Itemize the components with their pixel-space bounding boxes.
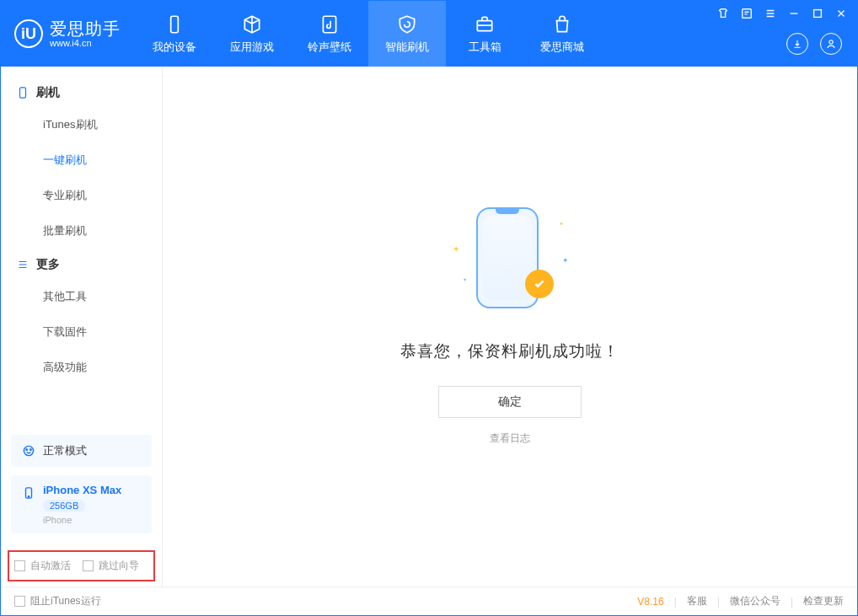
tab-apps-games[interactable]: 应用游戏	[213, 1, 291, 67]
checkbox-block-itunes[interactable]: 阻止iTunes运行	[14, 594, 101, 608]
checkbox-skip-guide[interactable]: 跳过向导	[83, 559, 139, 573]
maximize-icon[interactable]	[810, 6, 825, 21]
tab-label: 工具箱	[469, 40, 501, 55]
body: 刷机 iTunes刷机 一键刷机 专业刷机 批量刷机 更多 其他工具 下载固件 …	[1, 67, 857, 587]
svg-rect-1	[323, 16, 335, 33]
sidebar-item-batch-flash[interactable]: 批量刷机	[1, 213, 162, 249]
cube-icon	[241, 13, 263, 36]
footer-link-wechat[interactable]: 微信公众号	[730, 594, 780, 608]
svg-point-7	[24, 446, 33, 455]
checkbox-auto-activate[interactable]: 自动激活	[14, 559, 71, 573]
svg-rect-6	[20, 88, 26, 98]
app-name: 爱思助手	[50, 19, 121, 38]
sidebar-item-itunes-flash[interactable]: iTunes刷机	[1, 107, 162, 142]
window-controls	[716, 6, 849, 21]
app-url: www.i4.cn	[50, 38, 121, 48]
svg-point-8	[26, 449, 28, 451]
device-type: iPhone	[43, 515, 121, 525]
tab-store[interactable]: 爱思商城	[523, 1, 601, 67]
device-box[interactable]: iPhone XS Max 256GB iPhone	[11, 475, 152, 533]
briefcase-icon	[474, 13, 496, 36]
checkbox-icon	[83, 560, 94, 571]
list-icon	[16, 258, 29, 271]
svg-rect-0	[171, 16, 179, 33]
minimize-icon[interactable]	[786, 6, 802, 21]
tab-label: 爱思商城	[540, 40, 584, 55]
checkbox-icon	[14, 596, 25, 607]
checkbox-icon	[14, 560, 25, 571]
checkbox-label: 自动激活	[30, 559, 71, 573]
tab-label: 铃声壁纸	[308, 40, 351, 55]
sidebar-item-download-fw[interactable]: 下载固件	[1, 314, 162, 350]
sidebar: 刷机 iTunes刷机 一键刷机 专业刷机 批量刷机 更多 其他工具 下载固件 …	[1, 67, 163, 587]
device-section: 正常模式 iPhone XS Max 256GB iPhone	[1, 426, 162, 542]
tab-label: 应用游戏	[230, 40, 274, 55]
music-file-icon	[319, 13, 341, 36]
logo: iU 爱思助手 www.i4.cn	[1, 1, 136, 67]
menu-icon[interactable]	[763, 6, 778, 21]
shirt-icon[interactable]	[716, 6, 731, 21]
mode-box[interactable]: 正常模式	[11, 435, 152, 467]
download-icon[interactable]	[786, 33, 808, 55]
svg-rect-4	[814, 10, 822, 18]
mode-icon	[21, 443, 36, 458]
tab-my-device[interactable]: 我的设备	[136, 1, 213, 67]
footer-link-update[interactable]: 检查更新	[803, 594, 844, 608]
group-flash-header[interactable]: 刷机	[1, 77, 162, 107]
tab-toolbox[interactable]: 工具箱	[446, 1, 523, 67]
view-log-link[interactable]: 查看日志	[490, 431, 530, 446]
bag-icon	[551, 13, 573, 36]
tab-smart-flash[interactable]: 智能刷机	[368, 1, 446, 67]
svg-point-9	[30, 449, 32, 451]
ok-button[interactable]: 确定	[438, 386, 582, 418]
version-label: V8.16	[637, 596, 663, 608]
checkbox-label: 阻止iTunes运行	[30, 594, 101, 608]
device-icon	[164, 13, 185, 36]
user-icon[interactable]	[820, 33, 842, 55]
svg-point-5	[829, 40, 833, 44]
header: iU 爱思助手 www.i4.cn 我的设备 应用游戏 铃声壁纸 智能刷机	[1, 1, 857, 67]
group-title: 更多	[36, 257, 60, 272]
device-name: iPhone XS Max	[43, 484, 121, 496]
app-window: iU 爱思助手 www.i4.cn 我的设备 应用游戏 铃声壁纸 智能刷机	[0, 0, 858, 616]
tab-ring-wall[interactable]: 铃声壁纸	[291, 1, 368, 67]
tab-label: 智能刷机	[385, 40, 429, 55]
group-title: 刷机	[36, 85, 60, 100]
sidebar-item-one-click[interactable]: 一键刷机	[1, 142, 162, 178]
sidebar-item-other-tools[interactable]: 其他工具	[1, 279, 162, 314]
sidebar-item-advanced[interactable]: 高级功能	[1, 350, 162, 385]
sidebar-item-pro-flash[interactable]: 专业刷机	[1, 178, 162, 213]
main-content: ✦ ✦ ✦ ✦ 恭喜您，保资料刷机成功啦！ 确定 查看日志	[163, 67, 857, 587]
svg-rect-3	[743, 9, 752, 19]
device-phone-icon	[21, 485, 36, 501]
footer: 阻止iTunes运行 V8.16 | 客服 | 微信公众号 | 检查更新	[1, 587, 857, 615]
success-text: 恭喜您，保资料刷机成功啦！	[400, 340, 619, 362]
tab-label: 我的设备	[153, 40, 196, 55]
mode-label: 正常模式	[43, 443, 87, 458]
shield-refresh-icon	[396, 13, 418, 36]
device-capacity: 256GB	[43, 500, 85, 512]
check-badge-icon	[525, 270, 554, 298]
nav-tabs: 我的设备 应用游戏 铃声壁纸 智能刷机 工具箱 爱思商城	[136, 1, 601, 67]
footer-right: V8.16 | 客服 | 微信公众号 | 检查更新	[637, 594, 844, 608]
footer-link-support[interactable]: 客服	[687, 594, 707, 608]
success-illustration: ✦ ✦ ✦ ✦	[451, 207, 569, 317]
highlighted-options: 自动激活 跳过向导	[8, 550, 155, 581]
logo-icon: iU	[14, 19, 43, 48]
group-more-header[interactable]: 更多	[1, 249, 162, 279]
svg-point-11	[28, 496, 29, 497]
feedback-icon[interactable]	[739, 6, 754, 21]
checkbox-label: 跳过向导	[99, 559, 139, 573]
phone-outline-icon	[16, 86, 29, 99]
close-icon[interactable]	[834, 6, 849, 21]
header-right-icons	[786, 33, 842, 55]
